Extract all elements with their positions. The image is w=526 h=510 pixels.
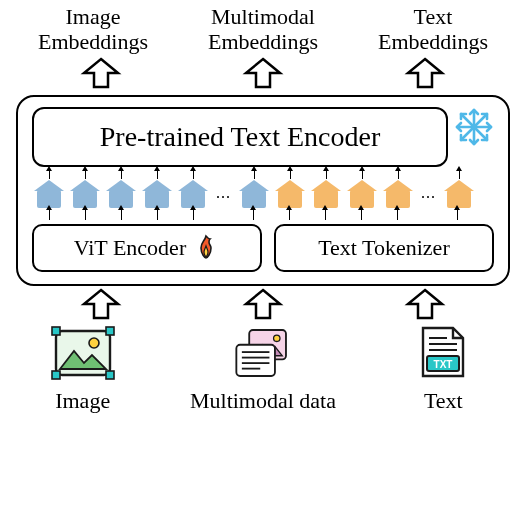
text-encoder-row: Pre-trained Text Encoder xyxy=(32,107,494,167)
image-token xyxy=(142,171,172,208)
input-text-label: Text xyxy=(424,388,463,414)
svg-rect-7 xyxy=(52,371,60,379)
text-tokenizer: Text Tokenizer xyxy=(274,224,494,272)
small-up-arrow-icon xyxy=(121,210,122,220)
input-multimodal-label: Multimodal data xyxy=(190,388,336,414)
snowflake-icon xyxy=(454,107,494,147)
svg-rect-5 xyxy=(52,327,60,335)
sub-arrows-row xyxy=(32,210,494,220)
output-multimodal-embeddings: MultimodalEmbeddings xyxy=(183,4,343,55)
fire-icon xyxy=(192,234,220,262)
up-arrow-icon xyxy=(78,57,124,91)
encoder-label: Pre-trained Text Encoder xyxy=(100,121,381,152)
output-image-embeddings: ImageEmbeddings xyxy=(13,4,173,55)
vit-encoder: ViT Encoder xyxy=(32,224,262,272)
input-multimodal: Multimodal data xyxy=(190,324,336,414)
label-text: MultimodalEmbeddings xyxy=(208,4,318,54)
small-up-arrow-icon xyxy=(157,210,158,220)
image-token xyxy=(106,171,136,208)
image-token xyxy=(239,171,269,208)
up-arrow-icon xyxy=(78,288,124,322)
up-arrow-icon xyxy=(240,288,286,322)
text-token xyxy=(383,171,413,208)
multimodal-icon xyxy=(229,324,297,382)
output-text-embeddings: TextEmbeddings xyxy=(353,4,513,55)
image-token xyxy=(178,171,208,208)
label-text: TextEmbeddings xyxy=(378,4,488,54)
small-up-arrow-icon xyxy=(49,210,50,220)
text-token xyxy=(275,171,305,208)
input-image-label: Image xyxy=(55,388,110,414)
output-arrows-row xyxy=(0,55,526,93)
sub-modules-row: ViT Encoder Text Tokenizer xyxy=(32,224,494,272)
small-up-arrow-icon xyxy=(289,210,290,220)
svg-rect-8 xyxy=(106,371,114,379)
svg-rect-12 xyxy=(236,344,275,375)
small-up-arrow-icon xyxy=(253,210,254,220)
inputs-row: Image Multimodal data xyxy=(0,324,526,414)
ellipsis: ... xyxy=(419,184,438,208)
output-labels-row: ImageEmbeddings MultimodalEmbeddings Tex… xyxy=(0,0,526,55)
small-up-arrow-icon xyxy=(193,210,194,220)
up-arrow-icon xyxy=(402,57,448,91)
text-icon: TXT xyxy=(409,324,477,382)
small-up-arrow-icon xyxy=(325,210,326,220)
text-token xyxy=(444,171,474,208)
svg-point-11 xyxy=(274,335,280,341)
token-row: ... ... xyxy=(32,171,494,208)
pretrained-text-encoder: Pre-trained Text Encoder xyxy=(32,107,448,167)
small-up-arrow-icon xyxy=(85,210,86,220)
image-icon xyxy=(49,324,117,382)
image-token xyxy=(70,171,100,208)
ellipsis: ... xyxy=(214,184,233,208)
svg-point-9 xyxy=(89,338,99,348)
small-up-arrow-icon xyxy=(361,210,362,220)
small-up-arrow-icon xyxy=(397,210,398,220)
label-text: ImageEmbeddings xyxy=(38,4,148,54)
text-token xyxy=(311,171,341,208)
svg-text:TXT: TXT xyxy=(434,359,453,370)
image-token xyxy=(34,171,64,208)
up-arrow-icon xyxy=(402,288,448,322)
input-image: Image xyxy=(49,324,117,414)
input-arrows-row xyxy=(0,286,526,324)
input-text: TXT Text xyxy=(409,324,477,414)
tokenizer-label: Text Tokenizer xyxy=(318,235,450,261)
svg-rect-6 xyxy=(106,327,114,335)
model-container: Pre-trained Text Encoder xyxy=(16,95,510,286)
up-arrow-icon xyxy=(240,57,286,91)
small-up-arrow-icon xyxy=(457,210,458,220)
text-token xyxy=(347,171,377,208)
vit-label: ViT Encoder xyxy=(74,235,187,261)
